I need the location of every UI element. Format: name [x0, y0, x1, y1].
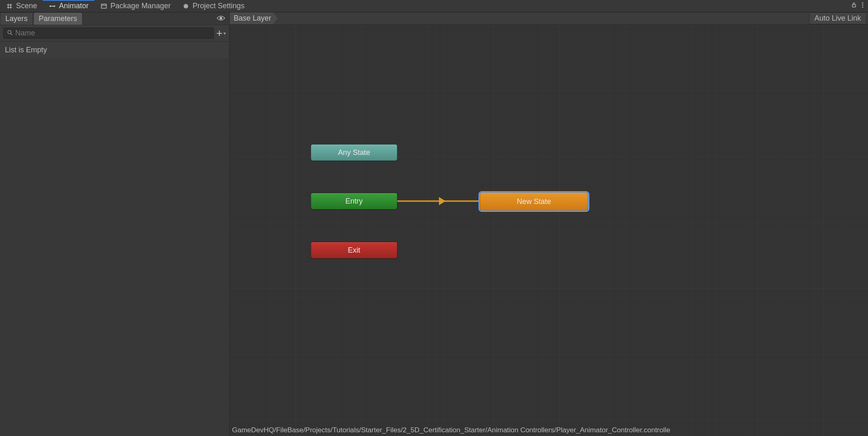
- search-icon: [7, 29, 13, 38]
- search-row: + ▾: [0, 25, 229, 42]
- auto-live-link-button[interactable]: Auto Live Link: [809, 12, 866, 24]
- add-parameter-button[interactable]: + ▾: [216, 27, 226, 40]
- lock-icon[interactable]: [851, 2, 857, 10]
- transition-arrow-icon: [439, 197, 446, 205]
- breadcrumb-label: Base Layer: [234, 14, 271, 23]
- svg-point-9: [185, 5, 187, 7]
- tab-project-settings-label: Project Settings: [192, 2, 244, 10]
- animator-graph-panel: Base Layer Auto Live Link Any State Entr…: [230, 12, 868, 436]
- parameters-panel: Layers Parameters: [0, 12, 230, 436]
- svg-rect-10: [852, 5, 856, 7]
- svg-line-16: [11, 33, 12, 35]
- tab-parameters-label: Parameters: [39, 14, 77, 23]
- asset-path: GameDevHQ/FileBase/Projects/Tutorials/St…: [230, 424, 868, 436]
- svg-point-14: [220, 17, 222, 19]
- breadcrumb-base-layer[interactable]: Base Layer: [230, 12, 278, 24]
- node-label: Entry: [345, 197, 363, 206]
- svg-rect-7: [101, 4, 106, 8]
- plus-icon: +: [216, 27, 223, 40]
- tab-project-settings[interactable]: Project Settings: [176, 0, 250, 12]
- package-icon: [100, 2, 108, 10]
- grid-icon: [6, 2, 13, 10]
- node-exit[interactable]: Exit: [311, 242, 397, 258]
- search-box[interactable]: [3, 28, 214, 39]
- breadcrumb-bar: Base Layer Auto Live Link: [230, 12, 868, 25]
- top-tab-bar: Scene Animator Package Manager Project S…: [0, 0, 868, 12]
- tab-layers[interactable]: Layers: [0, 12, 33, 25]
- animator-icon: [49, 2, 56, 10]
- kebab-menu-icon[interactable]: [861, 2, 864, 10]
- left-panel-tabs: Layers Parameters: [0, 12, 229, 25]
- transition-line[interactable]: [397, 200, 480, 202]
- svg-point-12: [862, 5, 863, 6]
- tab-package-manager-label: Package Manager: [110, 2, 171, 10]
- empty-list-message: List is Empty: [0, 42, 229, 59]
- gear-icon: [182, 2, 190, 10]
- svg-point-15: [8, 30, 11, 34]
- svg-rect-6: [50, 6, 54, 7]
- tab-parameters[interactable]: Parameters: [34, 13, 82, 25]
- node-label: Exit: [348, 246, 360, 255]
- chevron-down-icon: ▾: [223, 30, 226, 36]
- node-any-state[interactable]: Any State: [311, 144, 397, 161]
- tab-scene[interactable]: Scene: [0, 0, 43, 12]
- tab-scene-label: Scene: [16, 2, 37, 10]
- auto-live-link-label: Auto Live Link: [814, 14, 861, 22]
- node-new-state[interactable]: New State: [480, 192, 588, 211]
- tab-layers-label: Layers: [5, 14, 28, 23]
- svg-point-11: [862, 2, 863, 4]
- node-label: New State: [517, 197, 551, 206]
- tab-package-manager[interactable]: Package Manager: [94, 0, 176, 12]
- search-input[interactable]: [15, 29, 210, 38]
- tab-animator-label: Animator: [59, 2, 89, 10]
- eye-icon[interactable]: [217, 14, 225, 23]
- svg-point-13: [862, 7, 863, 8]
- tab-animator[interactable]: Animator: [43, 0, 94, 12]
- node-label: Any State: [338, 148, 370, 157]
- node-entry[interactable]: Entry: [311, 193, 397, 209]
- graph-canvas[interactable]: Any State Entry Exit New State GameDevHQ…: [230, 25, 868, 436]
